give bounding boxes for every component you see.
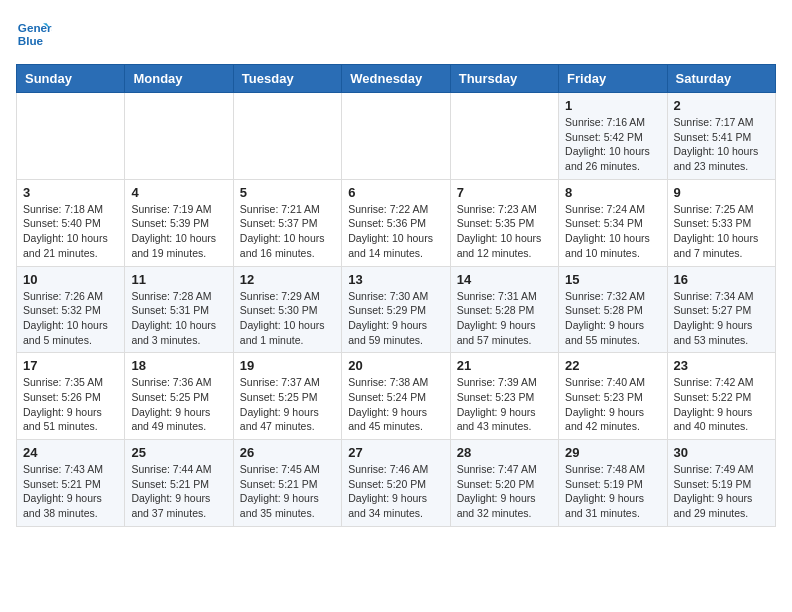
day-number: 19 (240, 358, 335, 373)
day-number: 6 (348, 185, 443, 200)
day-info: Sunrise: 7:16 AMSunset: 5:42 PMDaylight:… (565, 115, 660, 174)
day-number: 20 (348, 358, 443, 373)
day-number: 10 (23, 272, 118, 287)
day-number: 4 (131, 185, 226, 200)
calendar-cell (342, 93, 450, 180)
day-info: Sunrise: 7:26 AMSunset: 5:32 PMDaylight:… (23, 289, 118, 348)
weekday-header-sunday: Sunday (17, 65, 125, 93)
calendar-cell: 5Sunrise: 7:21 AMSunset: 5:37 PMDaylight… (233, 179, 341, 266)
calendar-week-1: 1Sunrise: 7:16 AMSunset: 5:42 PMDaylight… (17, 93, 776, 180)
calendar-cell: 25Sunrise: 7:44 AMSunset: 5:21 PMDayligh… (125, 440, 233, 527)
day-info: Sunrise: 7:42 AMSunset: 5:22 PMDaylight:… (674, 375, 769, 434)
weekday-header-wednesday: Wednesday (342, 65, 450, 93)
day-info: Sunrise: 7:30 AMSunset: 5:29 PMDaylight:… (348, 289, 443, 348)
day-info: Sunrise: 7:44 AMSunset: 5:21 PMDaylight:… (131, 462, 226, 521)
calendar-cell: 4Sunrise: 7:19 AMSunset: 5:39 PMDaylight… (125, 179, 233, 266)
day-number: 1 (565, 98, 660, 113)
weekday-header-row: SundayMondayTuesdayWednesdayThursdayFrid… (17, 65, 776, 93)
day-number: 2 (674, 98, 769, 113)
calendar-cell: 11Sunrise: 7:28 AMSunset: 5:31 PMDayligh… (125, 266, 233, 353)
weekday-header-thursday: Thursday (450, 65, 558, 93)
calendar-cell: 10Sunrise: 7:26 AMSunset: 5:32 PMDayligh… (17, 266, 125, 353)
calendar-cell (450, 93, 558, 180)
day-info: Sunrise: 7:25 AMSunset: 5:33 PMDaylight:… (674, 202, 769, 261)
day-info: Sunrise: 7:29 AMSunset: 5:30 PMDaylight:… (240, 289, 335, 348)
day-number: 15 (565, 272, 660, 287)
day-number: 24 (23, 445, 118, 460)
day-info: Sunrise: 7:46 AMSunset: 5:20 PMDaylight:… (348, 462, 443, 521)
calendar-cell: 14Sunrise: 7:31 AMSunset: 5:28 PMDayligh… (450, 266, 558, 353)
calendar-cell: 8Sunrise: 7:24 AMSunset: 5:34 PMDaylight… (559, 179, 667, 266)
weekday-header-saturday: Saturday (667, 65, 775, 93)
calendar-week-5: 24Sunrise: 7:43 AMSunset: 5:21 PMDayligh… (17, 440, 776, 527)
day-info: Sunrise: 7:43 AMSunset: 5:21 PMDaylight:… (23, 462, 118, 521)
calendar-cell: 7Sunrise: 7:23 AMSunset: 5:35 PMDaylight… (450, 179, 558, 266)
day-number: 5 (240, 185, 335, 200)
day-info: Sunrise: 7:21 AMSunset: 5:37 PMDaylight:… (240, 202, 335, 261)
calendar-week-2: 3Sunrise: 7:18 AMSunset: 5:40 PMDaylight… (17, 179, 776, 266)
calendar-cell: 9Sunrise: 7:25 AMSunset: 5:33 PMDaylight… (667, 179, 775, 266)
day-number: 13 (348, 272, 443, 287)
day-number: 30 (674, 445, 769, 460)
calendar-cell (233, 93, 341, 180)
day-info: Sunrise: 7:17 AMSunset: 5:41 PMDaylight:… (674, 115, 769, 174)
day-number: 28 (457, 445, 552, 460)
day-number: 3 (23, 185, 118, 200)
calendar-cell: 15Sunrise: 7:32 AMSunset: 5:28 PMDayligh… (559, 266, 667, 353)
day-number: 12 (240, 272, 335, 287)
day-info: Sunrise: 7:23 AMSunset: 5:35 PMDaylight:… (457, 202, 552, 261)
day-number: 16 (674, 272, 769, 287)
weekday-header-tuesday: Tuesday (233, 65, 341, 93)
day-info: Sunrise: 7:38 AMSunset: 5:24 PMDaylight:… (348, 375, 443, 434)
calendar-cell: 19Sunrise: 7:37 AMSunset: 5:25 PMDayligh… (233, 353, 341, 440)
calendar-cell (17, 93, 125, 180)
day-info: Sunrise: 7:24 AMSunset: 5:34 PMDaylight:… (565, 202, 660, 261)
day-info: Sunrise: 7:36 AMSunset: 5:25 PMDaylight:… (131, 375, 226, 434)
page-header: General Blue (16, 16, 776, 52)
day-info: Sunrise: 7:32 AMSunset: 5:28 PMDaylight:… (565, 289, 660, 348)
logo-icon: General Blue (16, 16, 52, 52)
day-info: Sunrise: 7:37 AMSunset: 5:25 PMDaylight:… (240, 375, 335, 434)
day-info: Sunrise: 7:22 AMSunset: 5:36 PMDaylight:… (348, 202, 443, 261)
weekday-header-friday: Friday (559, 65, 667, 93)
calendar-week-4: 17Sunrise: 7:35 AMSunset: 5:26 PMDayligh… (17, 353, 776, 440)
calendar-cell: 29Sunrise: 7:48 AMSunset: 5:19 PMDayligh… (559, 440, 667, 527)
calendar-cell: 21Sunrise: 7:39 AMSunset: 5:23 PMDayligh… (450, 353, 558, 440)
day-number: 8 (565, 185, 660, 200)
calendar-cell: 2Sunrise: 7:17 AMSunset: 5:41 PMDaylight… (667, 93, 775, 180)
day-info: Sunrise: 7:19 AMSunset: 5:39 PMDaylight:… (131, 202, 226, 261)
day-info: Sunrise: 7:45 AMSunset: 5:21 PMDaylight:… (240, 462, 335, 521)
day-number: 22 (565, 358, 660, 373)
calendar-cell (125, 93, 233, 180)
calendar-cell: 23Sunrise: 7:42 AMSunset: 5:22 PMDayligh… (667, 353, 775, 440)
day-number: 25 (131, 445, 226, 460)
calendar-cell: 12Sunrise: 7:29 AMSunset: 5:30 PMDayligh… (233, 266, 341, 353)
calendar-cell: 24Sunrise: 7:43 AMSunset: 5:21 PMDayligh… (17, 440, 125, 527)
calendar-cell: 20Sunrise: 7:38 AMSunset: 5:24 PMDayligh… (342, 353, 450, 440)
day-info: Sunrise: 7:28 AMSunset: 5:31 PMDaylight:… (131, 289, 226, 348)
day-info: Sunrise: 7:35 AMSunset: 5:26 PMDaylight:… (23, 375, 118, 434)
day-number: 9 (674, 185, 769, 200)
day-number: 17 (23, 358, 118, 373)
day-number: 7 (457, 185, 552, 200)
day-number: 14 (457, 272, 552, 287)
calendar-cell: 1Sunrise: 7:16 AMSunset: 5:42 PMDaylight… (559, 93, 667, 180)
calendar-cell: 26Sunrise: 7:45 AMSunset: 5:21 PMDayligh… (233, 440, 341, 527)
day-number: 29 (565, 445, 660, 460)
calendar-cell: 13Sunrise: 7:30 AMSunset: 5:29 PMDayligh… (342, 266, 450, 353)
calendar-week-3: 10Sunrise: 7:26 AMSunset: 5:32 PMDayligh… (17, 266, 776, 353)
day-info: Sunrise: 7:18 AMSunset: 5:40 PMDaylight:… (23, 202, 118, 261)
calendar-cell: 17Sunrise: 7:35 AMSunset: 5:26 PMDayligh… (17, 353, 125, 440)
calendar-cell: 6Sunrise: 7:22 AMSunset: 5:36 PMDaylight… (342, 179, 450, 266)
calendar-cell: 22Sunrise: 7:40 AMSunset: 5:23 PMDayligh… (559, 353, 667, 440)
calendar-cell: 27Sunrise: 7:46 AMSunset: 5:20 PMDayligh… (342, 440, 450, 527)
calendar-cell: 30Sunrise: 7:49 AMSunset: 5:19 PMDayligh… (667, 440, 775, 527)
calendar-table: SundayMondayTuesdayWednesdayThursdayFrid… (16, 64, 776, 527)
calendar-cell: 3Sunrise: 7:18 AMSunset: 5:40 PMDaylight… (17, 179, 125, 266)
day-info: Sunrise: 7:47 AMSunset: 5:20 PMDaylight:… (457, 462, 552, 521)
calendar-cell: 18Sunrise: 7:36 AMSunset: 5:25 PMDayligh… (125, 353, 233, 440)
day-number: 26 (240, 445, 335, 460)
svg-text:General: General (18, 21, 52, 34)
day-info: Sunrise: 7:34 AMSunset: 5:27 PMDaylight:… (674, 289, 769, 348)
day-info: Sunrise: 7:39 AMSunset: 5:23 PMDaylight:… (457, 375, 552, 434)
